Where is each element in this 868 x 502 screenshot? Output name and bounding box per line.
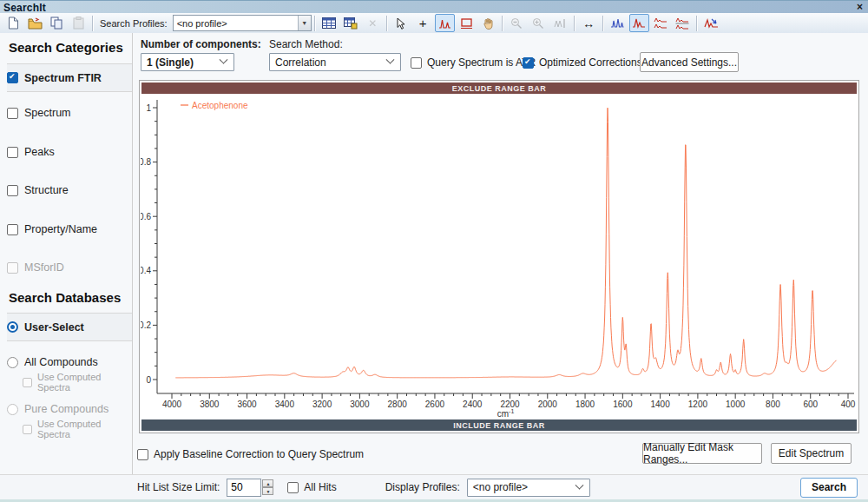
split-spectra-button[interactable] — [673, 14, 693, 32]
optimized-checkbox[interactable] — [523, 57, 534, 69]
sidebar-item-pure-compounds[interactable]: Pure Compounds — [7, 399, 128, 419]
stepper-down-icon[interactable]: ▼ — [262, 487, 273, 495]
select-region-tool-button[interactable] — [457, 14, 477, 32]
checkbox-property-name[interactable] — [7, 224, 18, 235]
toolbar-separator — [602, 16, 604, 31]
combo-arrow-icon[interactable]: ▼ — [298, 16, 311, 30]
active-spectrum-icon — [632, 17, 646, 30]
svg-text:1600: 1600 — [613, 400, 633, 409]
copy-icon — [50, 17, 63, 30]
components-combo[interactable]: 1 (Single) — [141, 53, 234, 71]
new-document-button[interactable] — [3, 14, 23, 32]
sidebar-item-user-select[interactable]: User-Select — [7, 313, 132, 341]
stepper-up-icon[interactable]: ▲ — [262, 479, 273, 487]
sidebar-item-use-computed-spectra-1[interactable]: Use Computed Spectra — [23, 373, 128, 391]
crosshair-tool-button[interactable]: + — [413, 14, 433, 32]
table-view-icon — [322, 17, 336, 29]
search-button[interactable]: Search — [800, 478, 858, 498]
zoom-out-button[interactable] — [507, 14, 527, 32]
zoom-window-button[interactable] — [529, 14, 549, 32]
zoom-window-icon — [532, 17, 544, 30]
svg-text:cm-1: cm-1 — [497, 408, 515, 419]
pan-hand-icon — [483, 17, 494, 30]
sidebar-item-use-computed-spectra-2[interactable]: Use Computed Spectra — [23, 420, 128, 438]
find-region-button[interactable] — [550, 14, 570, 32]
search-profiles-combo[interactable]: <no profile> ▼ — [173, 15, 312, 31]
open-folder-icon — [28, 17, 43, 30]
search-categories-header: Search Categories — [9, 40, 123, 55]
svg-text:2800: 2800 — [388, 400, 408, 409]
exclude-range-bar[interactable]: EXCLUDE RANGE BAR — [141, 83, 857, 94]
clear-button[interactable]: ✕ — [363, 14, 383, 32]
copy-button[interactable] — [47, 14, 67, 32]
display-profiles-combo[interactable]: <no profile> — [467, 479, 590, 497]
edit-mask-ranges-button[interactable]: Manually Edit Mask Ranges... — [642, 443, 762, 464]
svg-text:0.4: 0.4 — [141, 266, 151, 275]
all-hits-label: All Hits — [304, 481, 336, 493]
baseline-correction-checkbox[interactable] — [137, 449, 148, 460]
checkbox-msforid — [7, 262, 18, 274]
spectrum-chart-panel: EXCLUDE RANGE BAR 00.20.40.60.8140003800… — [139, 80, 859, 433]
all-hits-checkbox[interactable] — [287, 482, 299, 493]
toolbar-separator — [314, 16, 316, 31]
components-label: Number of components: — [141, 38, 261, 50]
edit-spectrum-button[interactable]: Edit Spectrum — [771, 443, 852, 464]
sidebar-item-property-name[interactable]: Property/Name — [7, 219, 128, 240]
optimized-checkbox-row[interactable]: Optimized Corrections — [523, 56, 642, 69]
sidebar-item-spectrum-ftir[interactable]: Spectrum FTIR — [7, 63, 132, 92]
sidebar-item-label: All Compounds — [24, 356, 98, 368]
pan-tool-button[interactable] — [478, 14, 498, 32]
radio-all-compounds[interactable] — [7, 357, 18, 368]
all-hits-row[interactable]: All Hits — [287, 481, 336, 493]
sidebar-item-all-compounds[interactable]: All Compounds — [7, 352, 128, 373]
sidebar-item-label: Peaks — [24, 146, 55, 158]
sidebar-item-label: Spectrum FTIR — [24, 72, 102, 84]
pointer-tool-button[interactable] — [391, 14, 411, 32]
sidebar-item-peaks[interactable]: Peaks — [7, 142, 128, 162]
stack-spectra-button[interactable] — [651, 14, 671, 32]
checkbox-structure[interactable] — [7, 185, 18, 196]
select-region-icon — [460, 17, 473, 30]
active-spectrum-button[interactable] — [629, 14, 649, 32]
split-spectra-icon — [675, 17, 689, 30]
svg-text:0.2: 0.2 — [141, 320, 151, 330]
hit-list-input[interactable] — [227, 479, 261, 497]
svg-text:0.8: 0.8 — [141, 157, 151, 167]
include-range-bar[interactable]: INCLUDE RANGE BAR — [141, 419, 857, 431]
sidebar: Search Categories Spectrum FTIR Spectrum… — [0, 33, 133, 474]
checkbox-spectrum-ftir[interactable] — [7, 72, 18, 83]
peak-pick-tool-button[interactable] — [435, 14, 455, 32]
sidebar-item-spectrum[interactable]: Spectrum — [7, 102, 128, 123]
atr-checkbox-row[interactable]: Query Spectrum is ATR — [411, 56, 536, 69]
search-method-combo[interactable]: Correlation — [269, 53, 401, 71]
sidebar-item-structure[interactable]: Structure — [7, 180, 128, 201]
toolbar-separator — [502, 16, 503, 31]
spectrum-plot[interactable]: 00.20.40.60.8140003800360034003200300028… — [141, 95, 858, 419]
atr-checkbox[interactable] — [411, 57, 422, 69]
table-edit-button[interactable] — [341, 14, 361, 32]
stack-spectra-icon — [654, 17, 667, 30]
spectrum-report-button[interactable] — [701, 14, 721, 32]
checkbox-peaks[interactable] — [7, 147, 18, 158]
sidebar-item-msforid[interactable]: MSforID — [7, 257, 128, 278]
radio-pure-compounds — [7, 404, 18, 415]
sidebar-item-label: User-Select — [24, 321, 84, 334]
main-toolbar: Search Profiles: <no profile> ▼ ✕ + ↔ — [0, 13, 868, 34]
baseline-correction-row[interactable]: Apply Baseline Correction to Query Spect… — [137, 444, 364, 465]
radio-user-select[interactable] — [7, 321, 18, 333]
sidebar-item-label: MSforID — [24, 261, 64, 274]
open-file-button[interactable] — [25, 14, 45, 32]
paste-button[interactable] — [69, 14, 89, 32]
hit-list-stepper[interactable]: ▲▼ — [262, 479, 273, 495]
close-button[interactable]: × — [857, 1, 863, 13]
overlay-spectra-icon — [610, 17, 624, 30]
table-view-button[interactable] — [319, 14, 339, 32]
chevron-down-icon — [220, 56, 228, 64]
checkbox-spectrum[interactable] — [7, 108, 18, 119]
full-range-button[interactable]: ↔ — [579, 14, 599, 32]
overlay-spectra-button[interactable] — [608, 14, 628, 32]
advanced-settings-button[interactable]: Advanced Settings... — [640, 52, 739, 72]
svg-text:0: 0 — [146, 375, 151, 385]
svg-text:3000: 3000 — [350, 400, 370, 409]
svg-text:3600: 3600 — [237, 400, 257, 409]
